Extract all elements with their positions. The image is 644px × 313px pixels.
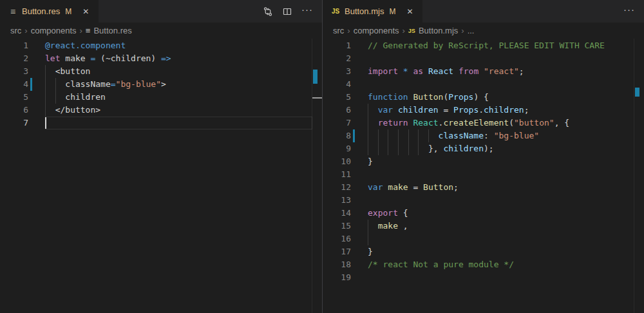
code-editor[interactable]: 1// Generated by ReScript, PLEASE EDIT W…	[323, 39, 644, 313]
code-line[interactable]: 10}	[323, 155, 644, 168]
code-line[interactable]: 6 var children = Props.children;	[323, 104, 644, 117]
code-line-content: var make = Button;	[368, 181, 644, 194]
indent-guide	[368, 104, 368, 117]
code-line[interactable]: 15 make ,	[323, 220, 644, 232]
code-editor[interactable]: 1@react.component2let make = (~children)…	[0, 39, 322, 313]
breadcrumb-item[interactable]: src	[10, 26, 21, 35]
code-line[interactable]: 1@react.component	[0, 39, 322, 52]
code-line-content: /* react Not a pure module */	[368, 258, 644, 271]
tab-button-res[interactable]: ≡ Button.res M ✕	[0, 0, 99, 23]
overview-ruler-modified-marker	[313, 70, 317, 84]
indent-guide	[45, 104, 46, 117]
code-line[interactable]: 7	[0, 117, 322, 129]
breadcrumb-item[interactable]: components	[354, 26, 399, 35]
code-line[interactable]: 4 className="bg-blue">	[0, 78, 322, 91]
indent-guide	[428, 129, 429, 142]
code-line[interactable]: 8 className: "bg-blue"	[323, 129, 644, 142]
more-actions-icon[interactable]: ···	[623, 5, 635, 18]
line-number: 2	[0, 52, 45, 65]
code-line-content: let make = (~children) =>	[45, 52, 322, 65]
code-line[interactable]: 5 children	[0, 91, 322, 104]
code-line[interactable]: 1// Generated by ReScript, PLEASE EDIT W…	[323, 39, 644, 52]
indent-guide	[368, 220, 368, 232]
code-line[interactable]: 7 return React.createElement("button", {	[323, 117, 644, 129]
indent-guide	[55, 91, 56, 104]
line-number: 7	[323, 117, 368, 129]
overview-ruler-border	[312, 39, 312, 313]
split-editor-icon[interactable]	[282, 6, 292, 17]
code-line-content: // Generated by ReScript, PLEASE EDIT WI…	[368, 39, 644, 52]
overview-ruler-cursor-marker	[312, 97, 322, 99]
breadcrumb: src›components›JSButton.mjs›...	[323, 23, 644, 39]
breadcrumb-item[interactable]: JSButton.mjs	[408, 26, 458, 35]
code-line-content: }	[368, 155, 644, 168]
breadcrumb-item[interactable]: src	[333, 26, 344, 35]
code-line-content: var children = Props.children;	[368, 104, 644, 117]
line-number: 11	[323, 168, 368, 181]
code-line-content: className="bg-blue">	[45, 78, 322, 91]
tabstrip-right: JS Button.mjs M ✕ ···	[323, 0, 644, 23]
code-line[interactable]: 12var make = Button;	[323, 181, 644, 194]
breadcrumb-item[interactable]: ≡Button.res	[86, 26, 132, 35]
indent-guide	[45, 91, 46, 104]
tab-label: Button.mjs	[345, 6, 384, 16]
chevron-right-icon: ›	[24, 26, 27, 35]
indent-guide	[368, 117, 368, 129]
code-line-content: return React.createElement("button", {	[368, 117, 644, 129]
indent-guide	[388, 129, 388, 142]
open-changes-icon[interactable]	[263, 6, 273, 17]
tabstrip-left: ≡ Button.res M ✕	[0, 0, 322, 23]
line-number: 12	[323, 181, 368, 194]
indent-guide	[378, 142, 379, 155]
indent-guide	[378, 129, 379, 142]
line-number: 10	[323, 155, 368, 168]
code-line[interactable]: 16	[323, 232, 644, 245]
breadcrumb-item[interactable]: components	[31, 26, 77, 35]
code-line[interactable]: 3import * as React from "react";	[323, 65, 644, 78]
breadcrumb-item[interactable]: ...	[468, 26, 475, 35]
chevron-right-icon: ›	[461, 26, 464, 35]
indent-guide	[388, 142, 388, 155]
code-line[interactable]: 5function Button(Props) {	[323, 91, 644, 104]
code-line-content	[368, 168, 644, 181]
code-line-content	[368, 78, 644, 91]
line-number: 17	[323, 245, 368, 258]
code-line[interactable]: 11	[323, 168, 644, 181]
indent-guide	[418, 142, 419, 155]
line-number: 9	[323, 142, 368, 155]
code-line[interactable]: 14export {	[323, 207, 644, 220]
code-line[interactable]: 3 <button	[0, 65, 322, 78]
close-tab-icon[interactable]: ✕	[404, 6, 415, 17]
modified-badge: M	[65, 7, 71, 16]
code-line-content: children	[45, 91, 322, 104]
js-file-icon: JS	[330, 8, 341, 15]
editor-pane-right: JS Button.mjs M ✕ ··· src›components›JSB…	[322, 0, 644, 313]
breadcrumb-label: ...	[468, 26, 475, 35]
code-line[interactable]: 17}	[323, 245, 644, 258]
code-line-content	[368, 194, 644, 207]
breadcrumb-label: src	[10, 26, 21, 35]
tab-button-mjs[interactable]: JS Button.mjs M ✕	[323, 0, 422, 23]
editor-actions-left: ···	[263, 0, 322, 23]
line-number: 3	[0, 65, 45, 78]
code-line[interactable]: 6 </button>	[0, 104, 322, 117]
code-line[interactable]: 2let make = (~children) =>	[0, 52, 322, 65]
code-line-content: make ,	[368, 220, 644, 232]
breadcrumb-label: components	[31, 26, 77, 35]
indent-guide	[408, 129, 409, 142]
code-line-content: </button>	[45, 104, 322, 117]
code-line-content	[45, 117, 322, 129]
line-number: 15	[323, 220, 368, 232]
git-modified-gutter-marker	[30, 78, 32, 91]
code-line[interactable]: 18/* react Not a pure module */	[323, 258, 644, 271]
code-line-content	[368, 271, 644, 284]
more-actions-icon[interactable]: ···	[301, 5, 313, 18]
indent-guide	[398, 142, 399, 155]
code-line[interactable]: 4	[323, 78, 644, 91]
code-line[interactable]: 9 }, children);	[323, 142, 644, 155]
close-tab-icon[interactable]: ✕	[80, 6, 91, 17]
indent-guide	[368, 142, 368, 155]
code-line[interactable]: 19	[323, 271, 644, 284]
code-line[interactable]: 2	[323, 52, 644, 65]
code-line[interactable]: 13	[323, 194, 644, 207]
